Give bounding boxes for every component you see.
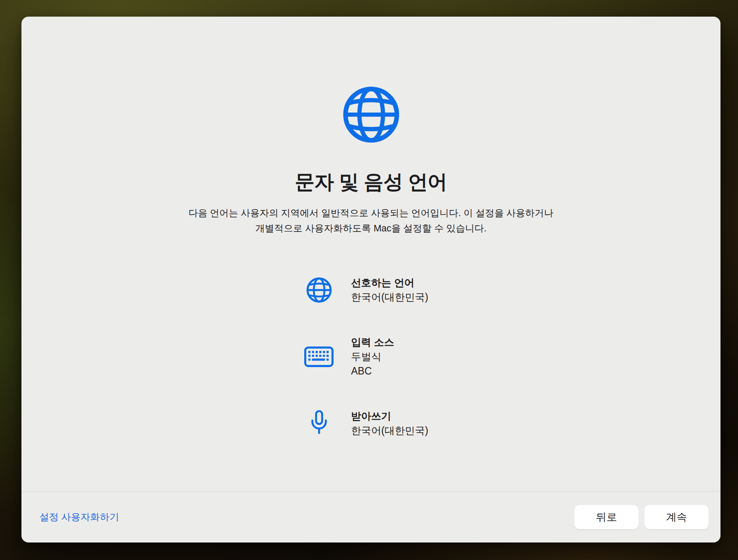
page-description-line2: 개별적으로 사용자화하도록 Mac을 설정할 수 있습니다. xyxy=(256,223,487,234)
back-button[interactable]: 뒤로 xyxy=(574,505,639,529)
page-description-line1: 다음 언어는 사용자의 지역에서 일반적으로 사용되는 언어입니다. 이 설정을… xyxy=(189,208,554,218)
footer-bar: 설정 사용자화하기 뒤로 계속 xyxy=(21,491,720,542)
item-value: ABC xyxy=(351,364,394,378)
setup-step-content: 문자 및 음성 언어 다음 언어는 사용자의 지역에서 일반적으로 사용되는 언… xyxy=(21,17,720,491)
item-label: 받아쓰기 xyxy=(351,409,428,424)
item-value: 두벌식 xyxy=(351,350,394,364)
item-value: 한국어(대한민국) xyxy=(351,290,428,304)
item-text-block: 입력 소스 두벌식 ABC xyxy=(351,335,394,378)
list-item-preferred-language: 선호하는 언어 한국어(대한민국) xyxy=(304,276,428,304)
customize-settings-link[interactable]: 설정 사용자화하기 xyxy=(39,511,119,524)
continue-button[interactable]: 계속 xyxy=(644,505,709,529)
microphone-icon xyxy=(304,410,334,438)
item-label: 입력 소스 xyxy=(351,335,394,350)
list-item-dictation: 받아쓰기 한국어(대한민국) xyxy=(304,409,428,438)
setup-assistant-window: 문자 및 음성 언어 다음 언어는 사용자의 지역에서 일반적으로 사용되는 언… xyxy=(21,17,720,542)
item-label: 선호하는 언어 xyxy=(351,276,428,290)
list-item-input-sources: 입력 소스 두벌식 ABC xyxy=(304,335,428,378)
globe-icon xyxy=(304,276,334,304)
item-text-block: 받아쓰기 한국어(대한민국) xyxy=(351,409,428,438)
page-description: 다음 언어는 사용자의 지역에서 일반적으로 사용되는 언어입니다. 이 설정을… xyxy=(161,206,581,236)
footer-buttons: 뒤로 계속 xyxy=(574,505,709,529)
item-value: 한국어(대한민국) xyxy=(351,424,428,438)
globe-icon xyxy=(341,84,401,145)
page-title: 문자 및 음성 언어 xyxy=(21,169,720,195)
keyboard-icon xyxy=(304,346,334,367)
item-text-block: 선호하는 언어 한국어(대한민국) xyxy=(351,276,428,304)
language-settings-list: 선호하는 언어 한국어(대한민국) 입력 소스 두벌식 ABC xyxy=(304,276,428,438)
